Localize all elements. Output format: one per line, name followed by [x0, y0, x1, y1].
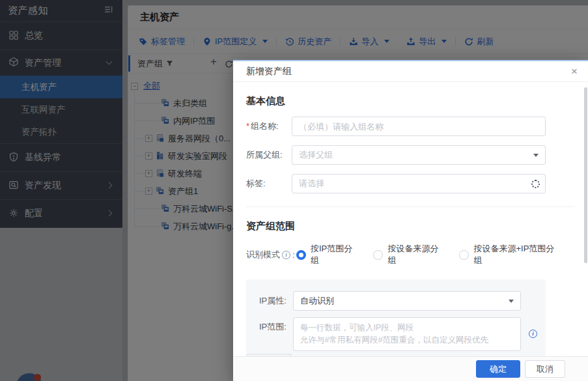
group-name-label: *组名称:	[246, 120, 292, 132]
add-asset-group-dialog: 新增资产组 × 基本信息 *组名称: 所属父组: 选择父组 标签: 请选择	[233, 60, 588, 381]
dialog-footer: 确定 取消	[233, 356, 588, 381]
required-asterisk: *	[246, 121, 249, 131]
parent-group-row: 所属父组: 选择父组	[246, 145, 575, 165]
section-basic-info: 基本信息	[246, 95, 575, 107]
section-divider	[246, 206, 575, 207]
textarea-placeholder-line: 每一行数据，可输入IP段、网段	[300, 322, 514, 334]
radio-device-source-group[interactable]: 按设备来源分组	[373, 243, 446, 266]
group-name-input[interactable]	[292, 117, 546, 136]
group-name-row: *组名称:	[246, 117, 575, 136]
chevron-down-icon	[533, 154, 539, 157]
ip-attr-select[interactable]: 自动识别	[293, 291, 521, 311]
select-placeholder: 请选择	[299, 178, 324, 190]
modal-scrollbar-thumb[interactable]	[584, 87, 587, 263]
app-root: 资产感知 总览 资产管理 主机资产 互联网资产 资产拓扑 基线异常 资产发现	[0, 0, 588, 381]
info-icon[interactable]: i	[282, 251, 290, 259]
ip-range-label: IP范围:	[259, 317, 293, 337]
ip-range-row: IP范围: 每一行数据，可输入IP段、网段 允许与#常用私有网段#范围重合，以自…	[259, 317, 546, 351]
chevron-down-icon	[509, 300, 514, 303]
parent-group-select[interactable]: 选择父组	[292, 145, 546, 165]
ip-range-config-box: IP属性: 自动识别 IP范围: 每一行数据，可输入IP段、网段 允许与#常用私…	[246, 279, 546, 364]
info-icon[interactable]: i	[529, 330, 537, 338]
ip-attr-label: IP属性:	[259, 291, 293, 311]
radio-label: 按设备来源分组	[387, 243, 446, 266]
select-value: 自动识别	[300, 295, 334, 307]
radio-unselected-icon[interactable]	[459, 250, 469, 260]
select-placeholder: 选择父组	[299, 149, 333, 161]
cancel-button[interactable]: 取消	[525, 360, 565, 378]
radio-unselected-icon[interactable]	[373, 250, 383, 260]
tags-row: 标签: 请选择	[246, 174, 575, 193]
recognition-mode-row: 识别模式 i : 按IP范围分组 按设备来源分组 按设备来源+IP范围分组	[246, 243, 575, 266]
section-group-scope: 资产组范围	[246, 220, 575, 233]
dialog-title: 新增资产组	[246, 66, 292, 78]
loading-spinner-icon	[531, 180, 540, 188]
radio-label: 按IP范围分组	[311, 243, 360, 266]
close-icon[interactable]: ×	[571, 66, 578, 77]
ip-attr-row: IP属性: 自动识别	[259, 291, 546, 311]
tags-label: 标签:	[246, 178, 292, 190]
textarea-placeholder-line: 允许与#常用私有网段#范围重合，以自定义网段优先	[300, 334, 514, 346]
dialog-body: 基本信息 *组名称: 所属父组: 选择父组 标签: 请选择	[233, 95, 588, 364]
radio-label: 按设备来源+IP范围分组	[473, 243, 562, 266]
parent-group-label: 所属父组:	[246, 149, 292, 161]
radio-ip-range-group[interactable]: 按IP范围分组	[296, 243, 360, 266]
recognition-mode-label: 识别模式 i :	[246, 249, 296, 261]
radio-device-source-ip-range-group[interactable]: 按设备来源+IP范围分组	[459, 243, 562, 266]
tags-select[interactable]: 请选择	[292, 174, 546, 193]
ip-range-textarea[interactable]: 每一行数据，可输入IP段、网段 允许与#常用私有网段#范围重合，以自定义网段优先	[293, 317, 521, 351]
dialog-header: 新增资产组 ×	[233, 61, 588, 82]
radio-selected-icon[interactable]	[296, 250, 306, 260]
confirm-button[interactable]: 确定	[476, 360, 520, 378]
